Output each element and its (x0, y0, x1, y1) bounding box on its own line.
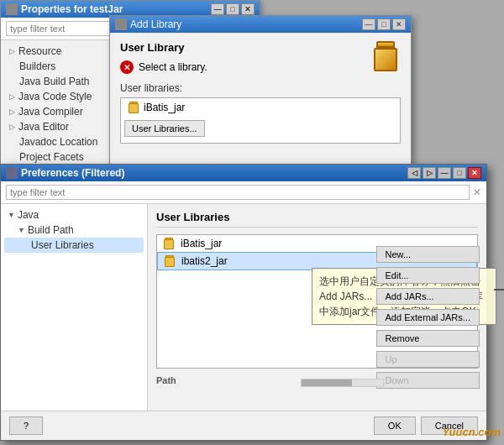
tree-label: Project Facets (19, 151, 84, 163)
tree-label: Builders (19, 60, 55, 72)
scroll-thumb (302, 380, 352, 386)
nav-fwd-btn[interactable]: ▷ (423, 167, 436, 179)
watermark: Yuucn.com (442, 426, 501, 438)
nav-back-btn[interactable]: ◁ (407, 167, 421, 179)
tree-label: Java (18, 209, 39, 221)
jar-body (164, 239, 174, 249)
chevron-down-icon: ▼ (18, 226, 25, 234)
pref-main-content: User Libraries iBatis_jar ibatis2_jar (148, 204, 486, 427)
horizontal-scrollbar[interactable] (301, 379, 384, 387)
jar-icon (162, 238, 176, 249)
tree-label: Build Path (28, 224, 74, 236)
tree-label: Java Compiler (18, 106, 83, 118)
pref-section-title: User Libraries (156, 211, 478, 228)
tree-label: Javadoc Location (19, 136, 97, 148)
pref-filter-clear-icon[interactable]: ✕ (473, 186, 481, 198)
add-library-dialog: Add Library — □ ✕ User Library ✕ Select … (109, 15, 412, 183)
dialog-minimize-btn[interactable]: — (362, 18, 375, 30)
side-buttons: New... Edit... Add JARs... Add External … (376, 246, 480, 389)
dialog-controls: — □ ✕ (362, 18, 406, 30)
dialog-close-btn[interactable]: ✕ (392, 18, 406, 30)
ok-button[interactable]: OK (374, 416, 416, 435)
arrow-icon: ▷ (9, 123, 15, 131)
add-library-titlebar: Add Library — □ ✕ (110, 16, 411, 33)
pref-filter-bar: ✕ (1, 181, 486, 204)
edit-button[interactable]: Edit... (376, 267, 480, 284)
pref-bottom-bar: ? OK Cancel (1, 411, 486, 440)
preferences-title: Preferences (Filtered) (21, 167, 124, 179)
preferences-titlebar: Preferences (Filtered) ◁ ▷ — □ ✕ (1, 165, 486, 181)
jar-body (165, 257, 175, 267)
jar-lid (376, 41, 395, 48)
pref-controls: ◁ ▷ — □ ✕ (407, 167, 481, 179)
pref-content: ▼ Java ▼ Build Path User Libraries User … (1, 204, 486, 427)
properties-icon (6, 3, 18, 15)
add-library-list[interactable]: iBatis_jar User Libraries... (120, 97, 401, 144)
arrow-icon: ▷ (9, 92, 15, 101)
pref-close-btn[interactable]: ✕ (468, 167, 481, 179)
add-library-section-title: User Library (120, 41, 401, 54)
tree-item-build-path[interactable]: ▼ Build Path (4, 222, 144, 238)
up-button[interactable]: Up (376, 351, 480, 368)
jar-body (129, 103, 139, 113)
pref-tree: ▼ Java ▼ Build Path User Libraries (1, 204, 148, 427)
jar-body (374, 48, 397, 71)
properties-title: Properties for testJar (21, 3, 123, 15)
lib-name: iBatis_jar (144, 102, 185, 113)
lib-name: iBatis_jar (181, 238, 222, 249)
dialog-maximize-btn[interactable]: □ (377, 18, 391, 30)
tree-label: Resource (18, 45, 61, 57)
tree-label: Java Editor (18, 121, 69, 133)
add-external-jars-button[interactable]: Add External JARs... (376, 309, 480, 326)
dialog-error: ✕ Select a library. (120, 60, 401, 74)
user-libraries-button[interactable]: User Libraries... (124, 120, 205, 137)
preferences-dialog: Preferences (Filtered) ◁ ▷ — □ ✕ ✕ ▼ Jav… (0, 164, 487, 441)
add-jars-button[interactable]: Add JARs... (376, 288, 480, 305)
arrow-icon: ▷ (9, 47, 15, 55)
down-button[interactable]: Down (376, 372, 480, 389)
error-message: Select a library. (139, 61, 207, 73)
jar-icon (163, 255, 176, 267)
minimize-btn[interactable]: — (211, 3, 224, 15)
dialog-icon (115, 18, 127, 30)
tree-item-java[interactable]: ▼ Java (4, 207, 144, 222)
annotation-arrow-icon (494, 281, 504, 298)
list-item-ibatis[interactable]: iBatis_jar (124, 100, 396, 115)
lib-name: ibatis2_jar (181, 255, 228, 267)
jar-icon (127, 102, 140, 113)
help-button[interactable]: ? (9, 416, 43, 435)
pref-titlebar-left: Preferences (Filtered) (6, 167, 124, 179)
pref-filter-input[interactable] (6, 185, 470, 200)
close-btn[interactable]: ✕ (241, 3, 255, 15)
maximize-btn[interactable]: □ (226, 3, 239, 15)
pref-minimize-btn[interactable]: — (438, 167, 451, 179)
add-library-title: Add Library (130, 18, 181, 30)
titlebar-left: Properties for testJar (6, 3, 123, 15)
tree-label: Java Build Path (19, 76, 89, 87)
tree-label: Java Code Style (18, 91, 92, 102)
error-icon: ✕ (120, 60, 134, 74)
tree-item-user-libraries[interactable]: User Libraries (4, 238, 144, 253)
remove-button[interactable]: Remove (376, 330, 480, 347)
chevron-down-icon: ▼ (8, 211, 15, 219)
pref-icon (6, 167, 18, 179)
pref-maximize-btn[interactable]: □ (453, 167, 466, 179)
tree-label: User Libraries (31, 239, 94, 251)
jar-decoration-icon (372, 41, 399, 71)
arrow-icon: ▷ (9, 107, 15, 116)
dialog-titlebar-left: Add Library (115, 18, 181, 30)
add-library-body: User Library ✕ Select a library. User li… (110, 33, 411, 152)
titlebar-controls: — □ ✕ (211, 3, 255, 15)
new-button[interactable]: New... (376, 246, 480, 263)
user-libraries-label: User libraries: (120, 82, 401, 94)
